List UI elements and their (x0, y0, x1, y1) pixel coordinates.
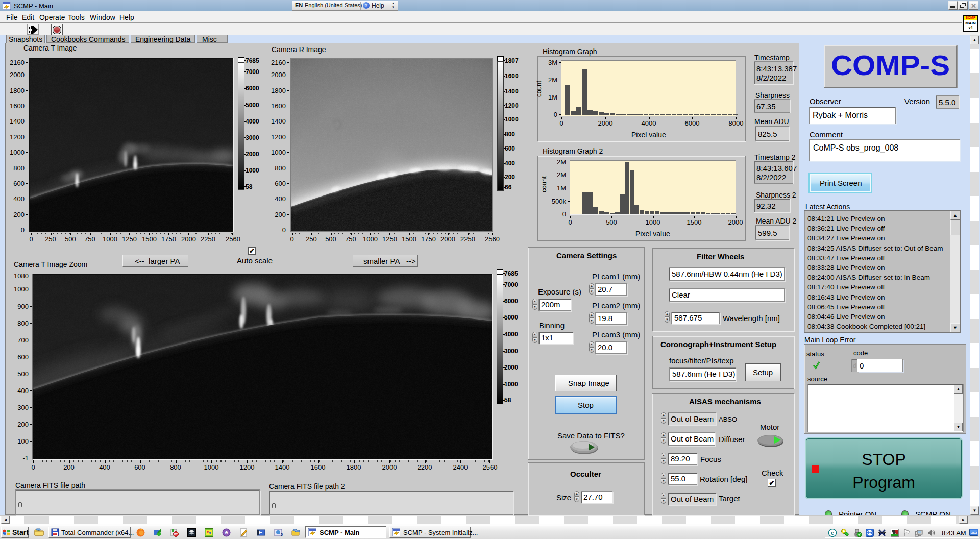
svg-text:F7: F7 (174, 533, 178, 536)
svg-text:e: e (831, 530, 834, 536)
svg-text:e: e (225, 530, 228, 535)
svg-text:5: 5 (281, 533, 283, 536)
